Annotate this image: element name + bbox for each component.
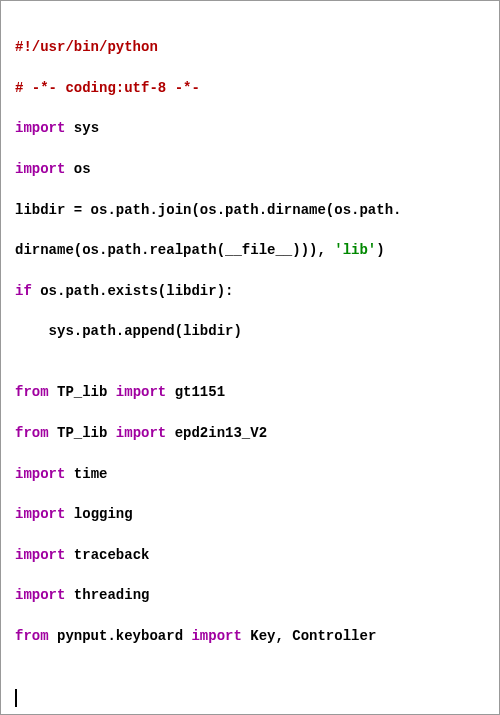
text-cursor (15, 689, 17, 707)
code-line: #!/usr/bin/python (15, 37, 485, 57)
keyword-import: import (15, 547, 65, 563)
module-logging: logging (65, 506, 132, 522)
code-line: # -*- coding:utf-8 -*- (15, 78, 485, 98)
keyword-import: import (15, 161, 65, 177)
cursor-line (15, 687, 485, 707)
code-line: import threading (15, 585, 485, 605)
keyword-if: if (15, 283, 32, 299)
module-os: os (65, 161, 90, 177)
import-gt1151: gt1151 (166, 384, 225, 400)
keyword-import: import (15, 506, 65, 522)
shebang: #!/usr/bin/python (15, 39, 158, 55)
keyword-from: from (15, 628, 49, 644)
code-line: dirname(os.path.realpath(__file__))), 'l… (15, 240, 485, 260)
module-threading: threading (65, 587, 149, 603)
code-line: from TP_lib import gt1151 (15, 382, 485, 402)
import-epd2in13: epd2in13_V2 (166, 425, 267, 441)
keyword-import: import (15, 120, 65, 136)
assign-libdir: libdir = os.path.join(os.path.dirname(os… (15, 202, 401, 218)
code-line: import logging (15, 504, 485, 524)
import-key-controller: Key, Controller (242, 628, 376, 644)
code-line: import time (15, 464, 485, 484)
code-line: libdir = os.path.join(os.path.dirname(os… (15, 200, 485, 220)
code-line: if os.path.exists(libdir): (15, 281, 485, 301)
keyword-import: import (116, 425, 166, 441)
coding-declaration: # -*- coding:utf-8 -*- (15, 80, 200, 96)
code-line: from pynput.keyboard import Key, Control… (15, 626, 485, 646)
sys-path-append: sys.path.append(libdir) (15, 323, 242, 339)
code-line: import os (15, 159, 485, 179)
code-line: from TP_lib import epd2in13_V2 (15, 423, 485, 443)
assign-libdir-cont: dirname(os.path.realpath(__file__))), (15, 242, 334, 258)
code-line: sys.path.append(libdir) (15, 321, 485, 341)
keyword-import: import (116, 384, 166, 400)
code-line: import traceback (15, 545, 485, 565)
code-line: import sys (15, 118, 485, 138)
string-lib: 'lib' (334, 242, 376, 258)
module-sys: sys (65, 120, 99, 136)
module-time: time (65, 466, 107, 482)
keyword-from: from (15, 425, 49, 441)
module-traceback: traceback (65, 547, 149, 563)
keyword-import: import (191, 628, 241, 644)
keyword-from: from (15, 384, 49, 400)
keyword-import: import (15, 466, 65, 482)
code-editor: #!/usr/bin/python # -*- coding:utf-8 -*-… (0, 0, 500, 715)
keyword-import: import (15, 587, 65, 603)
